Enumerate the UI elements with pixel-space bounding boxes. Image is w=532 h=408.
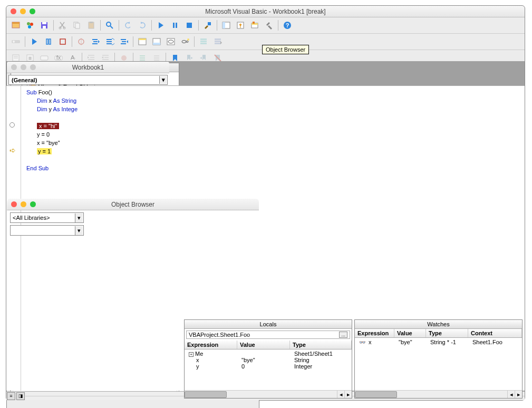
object-browser-title: Object Browser (111, 201, 154, 208)
call-stack-button[interactable] (197, 35, 210, 48)
breakpoint-marker[interactable] (9, 122, 15, 128)
insert-module-button[interactable] (24, 19, 36, 32)
view-code-button[interactable] (9, 19, 22, 32)
locals-col-type[interactable]: Type (290, 341, 352, 349)
object-browser-button[interactable] (248, 19, 261, 32)
svg-point-52 (187, 38, 189, 41)
watches-pane: Watches Expression Value Type Context 👓 … (354, 319, 523, 399)
locals-row[interactable]: +MeSheet1/Sheet1 (185, 351, 352, 357)
step-out-button[interactable] (118, 35, 130, 48)
svg-rect-1 (12, 22, 20, 24)
locals-window-button[interactable] (136, 35, 149, 48)
step-over-button[interactable] (103, 35, 116, 48)
code-gutter[interactable]: ➪ (6, 86, 21, 391)
compile-button[interactable] (211, 35, 224, 48)
watches-body[interactable]: 👓 x"bye"String * -1Sheet1.Foo (355, 338, 522, 390)
break-button[interactable] (169, 19, 181, 32)
svg-rect-30 (46, 39, 48, 44)
standard-toolbar: ? (6, 17, 525, 34)
watches-scrollbar[interactable]: ◂▸ (355, 390, 522, 398)
quick-watch-button[interactable] (179, 35, 191, 48)
svg-rect-55 (200, 43, 207, 44)
ob-zoom-button[interactable] (30, 201, 36, 207)
pause-button[interactable] (42, 35, 55, 48)
search-combo[interactable]: ▾ (10, 225, 84, 236)
svg-rect-11 (75, 23, 80, 28)
code-minimize-button[interactable] (21, 64, 26, 70)
svg-rect-42 (122, 41, 126, 42)
svg-rect-17 (176, 23, 177, 28)
properties-window-button[interactable] (234, 19, 247, 32)
svg-rect-37 (92, 43, 98, 44)
procedure-view-button[interactable]: ≡ (7, 392, 15, 400)
code-object-combo[interactable]: (General) ▾ (8, 75, 168, 85)
run-sub-button[interactable] (28, 35, 41, 48)
svg-rect-6 (42, 22, 46, 24)
locals-header: Locals (185, 320, 352, 329)
object-browser-titlebar: Object Browser (7, 199, 259, 210)
watches-col-expr[interactable]: Expression (355, 329, 394, 337)
step-into-button[interactable] (89, 35, 102, 48)
code-close-button[interactable] (11, 64, 17, 70)
svg-rect-57 (215, 41, 221, 42)
svg-rect-18 (187, 23, 192, 28)
watches-col-type[interactable]: Type (426, 329, 468, 337)
paste-button[interactable] (85, 19, 98, 32)
minimize-window-button[interactable] (20, 8, 26, 14)
copy-button[interactable] (71, 19, 83, 32)
close-window-button[interactable] (11, 8, 16, 14)
redo-button[interactable] (136, 19, 149, 32)
locals-body[interactable]: +MeSheet1/Sheet1x"bye"Stringy0Integer (185, 349, 352, 390)
undo-button[interactable] (122, 19, 134, 32)
svg-rect-53 (200, 38, 207, 40)
full-module-view-button[interactable]: ◨ (16, 392, 25, 400)
svg-rect-7 (43, 26, 46, 28)
main-window: Microsoft Visual Basic - Workbook1 [brea… (6, 5, 525, 401)
project-explorer-button[interactable] (220, 19, 233, 32)
locals-row[interactable]: x"bye"String (185, 357, 352, 363)
code-title: Workbook1 (72, 64, 104, 71)
locals-scrollbar[interactable]: ◂▸ (185, 390, 352, 398)
save-button[interactable] (38, 19, 51, 32)
svg-rect-32 (60, 39, 65, 44)
toolbox-button[interactable] (263, 19, 275, 32)
svg-rect-54 (200, 41, 207, 42)
svg-point-51 (186, 41, 188, 43)
ob-close-button[interactable] (11, 201, 17, 207)
mdi-area: Project - VBAProject − VBAProject (Workb… (6, 61, 525, 400)
immediate-window-button[interactable] (150, 35, 163, 48)
code-titlebar: Workbook1 (7, 62, 169, 73)
svg-point-29 (13, 41, 15, 43)
stop-button[interactable] (56, 35, 69, 48)
svg-rect-56 (215, 38, 221, 40)
cut-button[interactable] (56, 19, 69, 32)
zoom-window-button[interactable] (30, 8, 35, 14)
locals-scope[interactable]: VBAProject.Sheet1.Foo... (186, 331, 350, 339)
design-mode-button[interactable] (201, 19, 214, 32)
watches-col-context[interactable]: Context (468, 329, 522, 337)
find-button[interactable] (103, 19, 116, 32)
svg-point-3 (30, 23, 33, 26)
locals-row[interactable]: y0Integer (185, 363, 352, 370)
svg-text:≡: ≡ (28, 55, 32, 61)
design-mode-toggle[interactable] (9, 35, 22, 48)
debug-area: Locals VBAProject.Sheet1.Foo... Expressi… (184, 319, 523, 399)
locals-col-expr[interactable]: Expression (185, 341, 237, 349)
reset-button[interactable] (183, 19, 196, 32)
svg-rect-31 (49, 39, 51, 44)
locals-col-value[interactable]: Value (237, 341, 290, 349)
toggle-breakpoint-button[interactable] (75, 35, 88, 48)
help-button[interactable]: ? (281, 19, 294, 32)
tooltip: Object Browser (262, 45, 309, 54)
watch-window-button[interactable] (165, 35, 177, 48)
library-combo[interactable]: <All Libraries>▾ (10, 212, 84, 223)
run-button[interactable] (154, 19, 167, 32)
main-titlebar: Microsoft Visual Basic - Workbook1 [brea… (6, 6, 525, 17)
watches-row[interactable]: 👓 x"bye"String * -1Sheet1.Foo (355, 339, 522, 345)
ob-minimize-button[interactable] (21, 201, 26, 207)
svg-rect-36 (93, 41, 98, 42)
watches-col-value[interactable]: Value (394, 329, 426, 337)
chevron-down-icon[interactable]: ▾ (159, 76, 167, 84)
call-stack-dots-button[interactable]: ... (339, 332, 347, 338)
code-zoom-button[interactable] (30, 64, 36, 70)
